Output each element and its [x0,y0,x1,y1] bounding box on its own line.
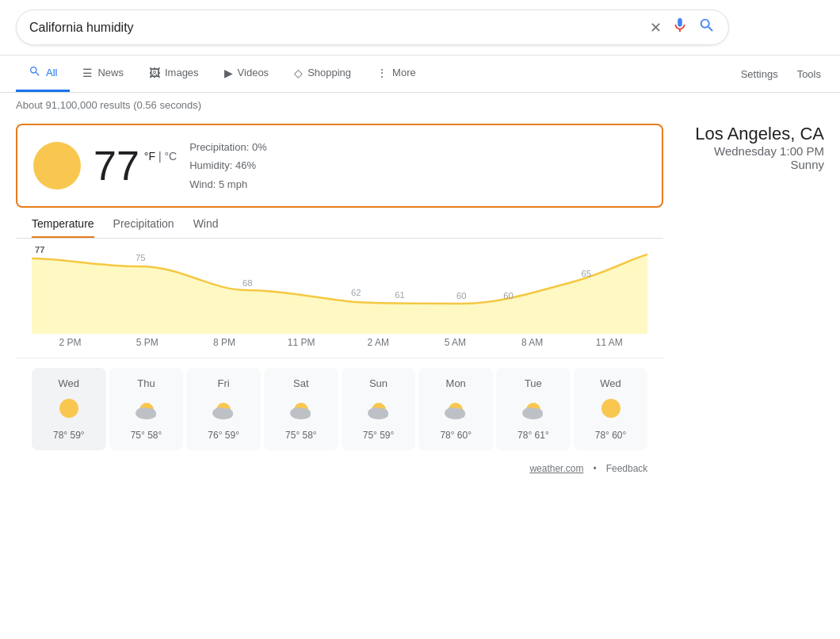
tue-icon [516,396,551,423]
settings-link[interactable]: Settings [738,59,781,90]
time-labels: 2 PM 5 PM 8 PM 11 PM 2 AM 5 AM 8 AM 11 A… [16,334,663,358]
svg-text:77: 77 [35,245,44,254]
svg-point-28 [446,410,465,419]
svg-point-16 [214,410,233,419]
time-8pm: 8 PM [185,337,262,348]
forecast-mon[interactable]: Mon 78° 60° [418,368,493,450]
svg-point-32 [524,410,543,419]
wed2-sun-icon [595,396,627,423]
svg-text:61: 61 [395,290,404,300]
forecast-fri[interactable]: Fri 76° 59° [186,368,261,450]
tools-link[interactable]: Tools [794,59,824,90]
feedback-link[interactable]: Feedback [606,463,648,474]
all-tab-icon [29,65,41,80]
weather-condition: Sunny [695,158,824,171]
attribution-separator: • [593,463,596,474]
precipitation-value: Precipitation: 0% [189,138,267,156]
videos-tab-icon: ▶ [224,67,233,79]
weather-details: Precipitation: 0% Humidity: 46% Wind: 5 … [189,138,267,193]
weather-container: 77 °F | °C Precipitation: 0% Humidity: 4… [0,117,840,487]
tab-news[interactable]: ☰ News [70,57,136,91]
sun-icon-forecast [361,396,396,423]
location-info: Los Angeles, CA Wednesday 1:00 PM Sunny [695,124,824,171]
clear-icon[interactable]: ✕ [650,19,662,36]
tab-all[interactable]: All [16,55,70,92]
thu-icon [129,396,164,423]
attribution: weather.com • Feedback [16,460,663,480]
tab-news-label: News [97,67,124,78]
svg-point-33 [601,399,620,418]
time-8am: 8 AM [494,337,571,348]
unit-f[interactable]: °F [144,150,155,163]
images-tab-icon: 🖼 [149,67,160,79]
svg-point-24 [369,410,388,419]
forecast-wed2[interactable]: Wed 78° 60° [574,368,648,450]
sun-icon [33,142,81,189]
daily-forecast: Wed 78° 59° Thu [16,358,663,460]
unit-separator: | [158,150,162,163]
svg-text:62: 62 [351,288,361,297]
weather-left: 77 °F | °C Precipitation: 0% Humidity: 4… [16,124,663,480]
tab-shopping-label: Shopping [307,67,351,78]
time-2am: 2 AM [340,337,417,348]
svg-text:68: 68 [242,278,252,288]
news-tab-icon: ☰ [82,67,93,79]
results-count: About 91,100,000 results (0.56 seconds) [0,93,840,117]
forecast-sun[interactable]: Sun 75° 59° [342,368,416,450]
tab-videos[interactable]: ▶ Videos [212,57,282,91]
unit-c[interactable]: °C [164,150,177,163]
tab-more[interactable]: ⋮ More [364,57,429,91]
tab-images[interactable]: 🖼 Images [136,57,212,91]
wind-value: Wind: 5 mph [189,175,267,193]
forecast-tue[interactable]: Tue 78° 61° [496,368,571,450]
forecast-thu[interactable]: Thu 75° 58° [109,368,184,450]
more-tab-icon: ⋮ [376,67,388,79]
svg-text:65: 65 [581,269,590,278]
tab-images-label: Images [165,67,199,78]
weather-tabs: Temperature Precipitation Wind [16,208,663,239]
time-2pm: 2 PM [32,337,109,348]
forecast-sat[interactable]: Sat 75° 58° [264,368,338,450]
microphone-icon[interactable] [671,17,689,38]
tab-all-label: All [46,67,57,78]
search-bar-container: ✕ [0,0,840,55]
time-5pm: 5 PM [109,337,185,348]
tab-videos-label: Videos [238,67,269,78]
time-11pm: 11 PM [263,337,340,348]
svg-text:60: 60 [503,291,513,300]
location-name: Los Angeles, CA [695,124,824,144]
temperature-value: 77 [94,145,139,186]
search-input[interactable] [29,21,650,35]
wed-sun-icon [53,396,85,423]
weather-tab-wind[interactable]: Wind [193,217,219,238]
weather-tab-precipitation[interactable]: Precipitation [113,217,174,238]
mon-icon [438,396,473,423]
search-bar: ✕ [16,10,729,45]
weather-tab-temperature[interactable]: Temperature [32,217,94,238]
search-icon[interactable] [698,17,716,38]
svg-text:60: 60 [456,291,466,300]
weather-source-link[interactable]: weather.com [529,463,583,474]
time-5am: 5 AM [417,337,494,348]
location-time: Wednesday 1:00 PM [695,144,824,158]
forecast-wed1[interactable]: Wed 78° 59° [32,368,106,450]
search-icons: ✕ [650,17,716,38]
shopping-tab-icon: ◇ [294,67,303,79]
weather-card: 77 °F | °C Precipitation: 0% Humidity: 4… [16,124,663,208]
nav-settings: Settings Tools [738,59,824,90]
time-11am: 11 AM [571,337,647,348]
svg-text:75: 75 [136,253,145,262]
temperature-chart: 77 75 68 62 61 60 60 65 [32,239,647,334]
chart-wrapper: 77 75 68 62 61 60 60 65 [32,239,647,334]
tab-more-label: More [392,67,416,78]
temp-units: °F | °C [144,150,177,163]
svg-point-12 [137,410,156,419]
fri-icon [206,396,241,423]
sat-icon [284,396,319,423]
humidity-value: Humidity: 46% [189,156,267,174]
temp-display: 77 °F | °C [94,145,177,186]
tab-shopping[interactable]: ◇ Shopping [281,57,364,91]
nav-tabs: All ☰ News 🖼 Images ▶ Videos ◇ Shopping … [0,55,840,93]
svg-point-8 [59,399,78,418]
svg-point-20 [292,410,311,419]
